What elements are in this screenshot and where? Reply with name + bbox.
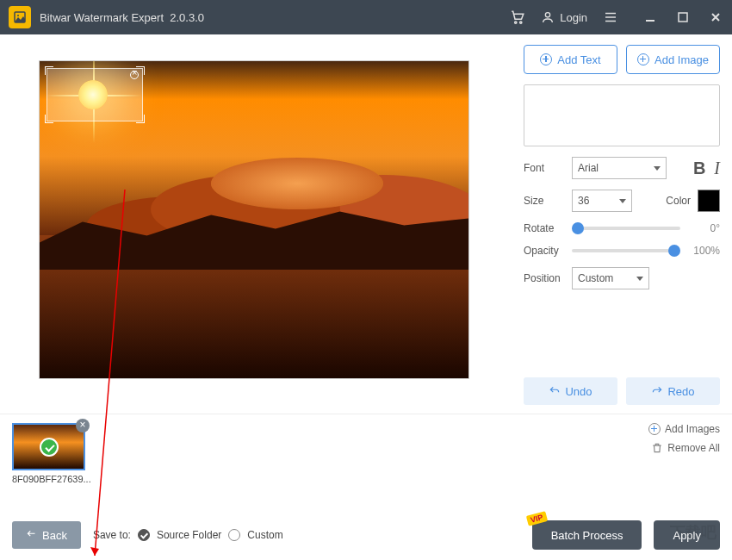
chevron-down-icon <box>619 199 626 203</box>
source-folder-radio[interactable] <box>138 529 150 541</box>
rotate-value: 0° <box>687 222 720 234</box>
apply-button[interactable]: Apply <box>654 520 720 550</box>
back-arrow-icon <box>26 529 38 541</box>
batch-process-button[interactable]: VIP Batch Process <box>532 520 642 550</box>
login-link[interactable]: Login <box>541 10 587 24</box>
user-icon <box>541 10 555 24</box>
add-text-button[interactable]: Add Text <box>524 45 617 74</box>
save-to-label: Save to: <box>93 529 131 541</box>
bold-button[interactable]: B <box>693 159 705 178</box>
plus-icon <box>540 53 552 65</box>
minimize-button[interactable] <box>642 9 658 25</box>
plus-icon <box>648 423 661 435</box>
back-button[interactable]: Back <box>12 521 81 549</box>
vip-badge: VIP <box>525 511 547 526</box>
chevron-down-icon <box>636 277 643 281</box>
check-icon <box>40 438 59 457</box>
redo-button[interactable]: Redo <box>626 377 720 405</box>
maximize-button[interactable] <box>675 9 691 25</box>
font-label: Font <box>524 162 565 174</box>
cart-icon[interactable] <box>510 9 525 25</box>
rotate-slider[interactable] <box>572 227 680 230</box>
selection-close-icon[interactable] <box>130 71 139 79</box>
opacity-slider[interactable] <box>572 249 680 252</box>
redo-icon <box>651 385 663 397</box>
add-image-button[interactable]: Add Image <box>626 45 720 74</box>
position-select[interactable]: Custom <box>572 267 649 289</box>
menu-icon[interactable] <box>603 9 618 25</box>
svg-point-1 <box>17 15 19 16</box>
app-logo <box>9 6 31 28</box>
properties-panel: Add Text Add Image Font Arial B I Size 3… <box>517 34 732 414</box>
logo-icon <box>13 10 27 24</box>
login-label: Login <box>560 11 587 24</box>
canvas-area <box>0 34 517 414</box>
thumbnail-filename: 8F090BFF27639... <box>12 474 85 484</box>
watermark-selection[interactable] <box>47 68 143 121</box>
add-images-button[interactable]: Add Images <box>648 423 720 435</box>
preview-image[interactable] <box>39 60 469 379</box>
rotate-label: Rotate <box>524 222 565 234</box>
svg-point-3 <box>520 22 522 23</box>
size-label: Size <box>524 195 565 207</box>
thumbnail-remove-icon[interactable]: × <box>76 419 90 432</box>
position-label: Position <box>524 272 565 284</box>
svg-rect-5 <box>679 13 687 22</box>
color-label: Color <box>666 195 691 207</box>
italic-button[interactable]: I <box>714 159 720 178</box>
remove-all-button[interactable]: Remove All <box>651 442 720 454</box>
thumbnails-row: × 8F090BFF27639... Add Images Remove All <box>0 414 732 491</box>
custom-folder-radio[interactable] <box>228 529 240 541</box>
thumbnail-image[interactable]: × <box>12 423 85 470</box>
app-title: Bitwar Watermark Expert 2.0.3.0 <box>40 11 510 24</box>
plus-icon <box>637 53 649 65</box>
undo-icon <box>549 385 561 397</box>
svg-point-2 <box>515 22 517 23</box>
source-folder-label: Source Folder <box>157 529 221 541</box>
watermark-text-input[interactable] <box>524 84 720 146</box>
thumbnail-item[interactable]: × 8F090BFF27639... <box>12 423 85 484</box>
color-swatch[interactable] <box>698 190 720 212</box>
size-select[interactable]: 36 <box>572 190 632 212</box>
custom-folder-label: Custom <box>247 529 282 541</box>
opacity-label: Opacity <box>524 245 565 257</box>
svg-point-4 <box>546 13 550 17</box>
titlebar: Bitwar Watermark Expert 2.0.3.0 Login <box>0 0 732 34</box>
font-select[interactable]: Arial <box>572 157 667 179</box>
undo-button[interactable]: Undo <box>524 377 617 405</box>
close-button[interactable] <box>708 9 723 25</box>
chevron-down-icon <box>654 166 661 171</box>
trash-icon <box>651 442 663 454</box>
bottom-bar: Back Save to: Source Folder Custom VIP B… <box>0 520 732 550</box>
opacity-value: 100% <box>687 245 720 257</box>
